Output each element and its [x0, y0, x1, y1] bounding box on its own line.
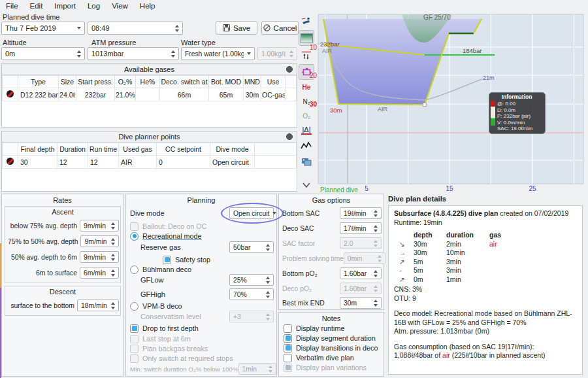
points-header-row: Final depth Duration Run time Used gas C…: [3, 143, 297, 156]
col-he: He%: [136, 76, 160, 88]
menu-file[interactable]: File: [0, 1, 24, 11]
point-runtime-cell[interactable]: 12: [88, 156, 119, 169]
info-pressure: P: 232bar (air): [497, 113, 532, 120]
atm-pressure-label: ATM pressure: [91, 39, 136, 46]
plan-row: -5m3min: [397, 266, 517, 275]
gfhigh-spinbox[interactable]: 70%: [229, 288, 274, 300]
gflow-spinbox[interactable]: 25%: [229, 274, 274, 286]
gas-o2-cell[interactable]: 21.0%: [115, 88, 136, 101]
only-switch-row: Only switch at required stops: [130, 354, 233, 363]
deco-sac-spinbox[interactable]: 17ℓ/min: [340, 222, 382, 234]
water-type-combobox[interactable]: Fresh water (1.00kg/ℓ): [181, 47, 255, 60]
backgas-label: Plan backgas breaks: [142, 345, 208, 352]
safety-stop-label: Safety stop: [175, 256, 210, 264]
mean-depth-label: 21m: [483, 75, 495, 81]
atm-pressure-spinbox[interactable]: 1013mbar: [88, 47, 179, 60]
point-duration-cell[interactable]: 12: [57, 156, 88, 169]
bottom-sac-spinbox[interactable]: 19ℓ/min: [340, 207, 382, 219]
gas-use-cell[interactable]: OC-gas: [261, 88, 286, 101]
remove-point-icon[interactable]: [7, 158, 14, 165]
dive-time-spinbox[interactable]: 08:49: [88, 22, 183, 35]
plan-gas-consumption-2: 1,088ℓ/48bar of air (225ℓ/10bar in plann…: [394, 351, 577, 360]
col-o2: O₂%: [115, 76, 136, 88]
gas-options-title: Gas options: [279, 196, 384, 204]
verbatim-plan-label: Verbatim dive plan: [296, 354, 354, 362]
menu-edit[interactable]: Edit: [24, 1, 49, 11]
reserve-gas-spinbox[interactable]: 50bar: [229, 241, 274, 253]
best-mix-end-spinbox[interactable]: 30m: [340, 297, 382, 309]
vpmb-radio[interactable]: [130, 302, 139, 311]
edge-accent-purple: [0, 288, 1, 378]
ascent-rate-3-spinbox[interactable]: 9m/min: [80, 251, 119, 263]
altitude-spinbox[interactable]: 0m: [1, 47, 85, 60]
deco-po2-label: Deco pO₂: [282, 285, 312, 292]
display-runtime-checkbox[interactable]: [284, 324, 292, 333]
depth-tick-20: 20: [310, 72, 318, 79]
point-gas-cell[interactable]: AIR: [119, 156, 157, 169]
gfhigh-label: GFHigh: [140, 290, 165, 298]
points-settings-icon[interactable]: [286, 133, 293, 140]
buhlmann-radio-row: Bühlmann deco: [130, 265, 191, 274]
available-gases-table: Type Size Start press. O₂% He% Deco. swi…: [2, 75, 297, 101]
info-time: @: 0:00: [497, 101, 532, 107]
info-title: Information: [491, 94, 543, 100]
display-transitions-checkbox[interactable]: [284, 344, 292, 352]
dive-planner-points-table: Final depth Duration Run time Used gas C…: [2, 143, 297, 169]
remove-gas-icon[interactable]: [7, 90, 14, 97]
verbatim-plan-checkbox[interactable]: [284, 354, 292, 362]
gas-deco-switch-cell[interactable]: 66m: [160, 88, 209, 101]
col-run-time: Run time: [88, 143, 119, 156]
water-density-value: 1.00kg/ℓ: [261, 50, 286, 58]
ascent-rate-1-label: below 75% avg. depth: [8, 222, 77, 230]
gas-bot-mod-cell[interactable]: 65m: [209, 88, 244, 101]
menu-view[interactable]: View: [106, 1, 134, 11]
ascent-rate-1-spinbox[interactable]: 9m/min: [80, 220, 119, 232]
menu-import[interactable]: Import: [48, 1, 82, 11]
bailout-label: Bailout: Deco on OC: [142, 222, 206, 230]
menu-log[interactable]: Log: [82, 1, 106, 11]
display-segment-duration-checkbox[interactable]: [284, 334, 292, 343]
menu-help[interactable]: Help: [134, 1, 161, 11]
gas-start-press-cell[interactable]: 232bar: [76, 88, 115, 101]
depth-tick-10: 10: [310, 44, 318, 51]
descent-group: Descent surface to the bottom 18m/min: [5, 286, 121, 316]
gas-he-cell[interactable]: [136, 88, 160, 101]
dive-plan-details-body: Subsurface (4.8.4.225) dive plan created…: [388, 205, 583, 375]
planner-point-row[interactable]: 30 12 12 AIR 0 Open circuit: [3, 156, 297, 169]
drop-first-depth-checkbox[interactable]: [130, 324, 139, 333]
safety-stop-checkbox[interactable]: [163, 256, 171, 264]
dive-date-combobox[interactable]: Thu 7 Feb 2019: [1, 22, 85, 35]
gas-mnd-cell[interactable]: 30m: [244, 88, 261, 101]
spin-arrows-icon[interactable]: [172, 25, 179, 32]
handle-marker[interactable]: [423, 103, 427, 107]
gas-row[interactable]: D12 232 bar 24.0ℓ 232bar 21.0% 66m 65m 3…: [3, 88, 297, 101]
only-switch-checkbox: [130, 354, 139, 363]
point-mode-cell[interactable]: Open circuit: [210, 156, 255, 169]
buhlmann-radio[interactable]: [130, 266, 139, 274]
recreational-radio[interactable]: [130, 232, 139, 241]
depth-tick-30: 30: [310, 101, 318, 108]
profile-info-box: Information @: 0:00 D: 0.0m P: 232bar (a…: [489, 92, 546, 134]
ascent-rate-2-spinbox[interactable]: 9m/min: [80, 235, 119, 247]
gas-options-panel: Gas options Bottom SAC 19ℓ/min Deco SAC …: [278, 194, 384, 310]
last-stop-row: Last stop at 6m: [130, 334, 191, 343]
dive-planner-points-title: Dive planner points: [118, 133, 180, 141]
dive-mode-combobox[interactable]: Open circuit: [229, 207, 274, 219]
gases-settings-icon[interactable]: [286, 66, 293, 73]
cancel-button[interactable]: Cancel: [261, 21, 299, 35]
bailout-checkbox-row: Bailout: Deco on OC: [130, 222, 206, 231]
time-tick-15: 15: [446, 185, 453, 192]
save-button[interactable]: Save: [216, 21, 257, 35]
ascent-rate-4-spinbox[interactable]: 6m/min: [80, 267, 119, 279]
spin-arrows-icon[interactable]: [74, 50, 81, 58]
gas-size-cell[interactable]: 24.0ℓ: [59, 88, 76, 101]
descent-rate-spinbox[interactable]: 18m/min: [77, 300, 119, 311]
dive-planner-points-panel: Dive planner points Final depth Duration…: [1, 131, 297, 192]
plan-row: ↗0m1min: [397, 275, 517, 284]
point-setpoint-cell[interactable]: 0: [157, 156, 210, 169]
problem-solving-time-spinbox: 0min: [344, 252, 385, 264]
bottom-po2-spinbox[interactable]: 1.60bar: [340, 267, 382, 279]
spin-arrows-icon[interactable]: [168, 50, 175, 58]
point-depth-cell[interactable]: 30: [18, 156, 57, 169]
gas-type-cell[interactable]: D12 232 bar: [18, 88, 59, 101]
